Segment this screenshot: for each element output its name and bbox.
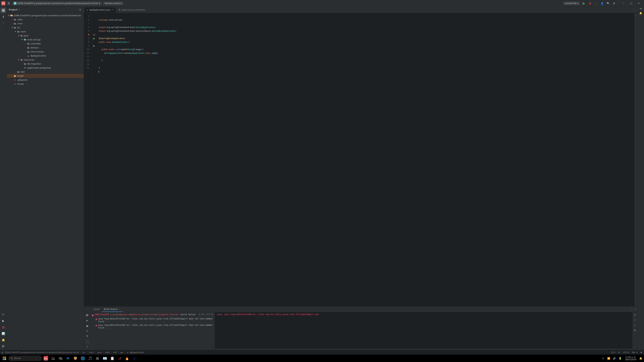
status-column-sep[interactable]: LF bbox=[618, 351, 621, 354]
build-output-scrollbar[interactable] bbox=[215, 349, 632, 350]
build-item-header[interactable]: ● 2096-ChatGPT-y-programacion-aumenta-tu… bbox=[90, 313, 215, 317]
project-tool-button[interactable] bbox=[0, 7, 6, 13]
profiler-tool-button[interactable]: 📊 bbox=[0, 331, 6, 337]
tree-item-infra[interactable]: › infra.errores bbox=[7, 50, 84, 54]
status-api[interactable]: api bbox=[120, 351, 123, 354]
tree-item-idea[interactable]: › .idea bbox=[7, 17, 84, 21]
tree-item-mvn[interactable]: › .mvn bbox=[7, 21, 84, 25]
status-file[interactable]: ☕ ApiApplication bbox=[127, 351, 144, 354]
current-file-selector[interactable]: Current File ▾ bbox=[563, 1, 580, 5]
build-filter-icon[interactable] bbox=[84, 334, 90, 339]
search-button[interactable]: 🔍 bbox=[606, 1, 611, 6]
tree-item-app-properties[interactable]: › ⚙ application.properties bbox=[7, 66, 84, 70]
project-gear-icon[interactable]: ⚙ bbox=[78, 8, 82, 11]
tree-item-gitignore[interactable]: › ⊙ .gitignore bbox=[7, 78, 84, 82]
status-voll[interactable]: voll bbox=[113, 351, 116, 354]
tree-item-domain[interactable]: › domain bbox=[7, 46, 84, 50]
tray-network-icon[interactable]: 📶 bbox=[606, 355, 612, 362]
status-med[interactable]: med bbox=[105, 351, 110, 354]
run-main-indicator[interactable]: ▶ bbox=[93, 44, 95, 47]
status-src[interactable]: src bbox=[82, 351, 86, 354]
tree-item-target[interactable]: › target bbox=[7, 74, 84, 78]
taskbar-brave-icon[interactable]: 🦁 bbox=[72, 355, 79, 362]
tab-application-properties[interactable]: ⚙ application.properties bbox=[116, 7, 147, 12]
build-item-error-2[interactable]: ● java.lang.NoSuchFieldError: Class com.… bbox=[90, 324, 215, 330]
tab-api-application[interactable]: ☕ ApiApplication.java ✕ bbox=[84, 7, 116, 12]
tray-battery-icon[interactable]: 🔋 bbox=[618, 355, 623, 362]
taskbar-jetbrains-icon[interactable]: CG 1 bbox=[42, 355, 49, 362]
tree-item-package[interactable]: ▼ med.voll.api bbox=[7, 37, 84, 41]
build-right-scroll-bottom-btn[interactable]: ⇓ bbox=[633, 323, 637, 327]
tree-item-apiapplication[interactable]: › ☕ ApiApplication bbox=[7, 54, 84, 58]
run-class-indicator[interactable]: ▶ bbox=[93, 37, 95, 40]
git-tool-button[interactable] bbox=[0, 343, 6, 349]
hamburger-menu-button[interactable]: ☰ bbox=[7, 1, 11, 6]
tab-api-application-close[interactable]: ✕ bbox=[112, 8, 114, 11]
bottom-panel-menu-button[interactable]: ⋮ bbox=[630, 307, 634, 311]
commit-tool-button[interactable] bbox=[0, 14, 6, 20]
bottom-panel-minimize-button[interactable]: ─ bbox=[634, 307, 636, 311]
version-control-button[interactable]: Version control ▾ bbox=[103, 1, 123, 5]
status-java[interactable]: java bbox=[97, 351, 102, 354]
run-tool-button[interactable]: ▶ bbox=[0, 318, 6, 324]
taskbar-chrome-icon[interactable]: 🌐 bbox=[79, 355, 86, 362]
tree-item-src[interactable]: ▼ src bbox=[7, 25, 84, 29]
status-project[interactable]: 2096-ChatGPT-y-programacion-aumenta-tu-p… bbox=[5, 351, 79, 354]
build-right-filter-btn[interactable] bbox=[633, 313, 637, 317]
status-indent[interactable]: Tab: 4 bbox=[631, 351, 638, 354]
build-stop-icon[interactable]: ■ bbox=[84, 324, 90, 328]
tree-item-mvnw[interactable]: › ⊡ mvnw bbox=[7, 82, 84, 86]
taskbar-jira-icon[interactable]: J bbox=[131, 355, 138, 362]
tree-item-main[interactable]: ▼ main bbox=[7, 29, 84, 33]
settings-button[interactable]: ⚙ bbox=[612, 1, 617, 6]
more-actions-button[interactable]: ⋮ bbox=[593, 1, 599, 6]
build-text-icon[interactable] bbox=[84, 313, 90, 318]
run-button[interactable]: ▶ bbox=[581, 1, 587, 6]
structure-tool-button[interactable]: ⋮ bbox=[0, 20, 6, 26]
notification-center-button[interactable]: 🔔 bbox=[638, 355, 643, 362]
minimize-button[interactable]: ─ bbox=[620, 1, 627, 6]
tree-item-db-migration[interactable]: › db.migration bbox=[7, 62, 84, 66]
close-button[interactable]: ✕ bbox=[635, 1, 643, 6]
tree-item-resources[interactable]: ▼ resources bbox=[7, 58, 84, 62]
tab-build[interactable]: Build bbox=[92, 307, 102, 312]
code-content[interactable]: package med.voll.api; import org.springf… bbox=[96, 13, 634, 306]
tab-build-output-close[interactable]: ✕ bbox=[118, 308, 121, 310]
notifications-tool-button[interactable]: 🔔 bbox=[0, 337, 6, 343]
tabs-menu-button[interactable]: ⋯ bbox=[632, 7, 636, 12]
build-right-scroll-top-btn[interactable]: ⇑ bbox=[633, 318, 637, 322]
tree-item-java[interactable]: ▼ java bbox=[7, 33, 84, 37]
terminal-tool-button[interactable] bbox=[0, 311, 6, 317]
tab-build-output[interactable]: Build Output ✕ bbox=[102, 307, 123, 312]
build-scroll-icon[interactable] bbox=[84, 345, 90, 349]
tree-root[interactable]: ▼ 2096-ChatGPT-y-programacion-aumenta-tu… bbox=[7, 13, 84, 17]
build-settings-icon[interactable]: ⚙ bbox=[84, 329, 90, 334]
build-item-error-1[interactable]: ● java.lang.NoSuchFieldError: Class com.… bbox=[90, 317, 215, 324]
build-expand-icon[interactable] bbox=[84, 339, 90, 344]
build-rerun-icon[interactable]: ▶ bbox=[84, 318, 90, 323]
taskbar-music-icon[interactable]: 🎵 bbox=[86, 355, 94, 362]
taskbar-search[interactable]: Buscar bbox=[8, 356, 42, 361]
tray-expand-icon[interactable]: ∧ bbox=[600, 355, 606, 362]
taskbar-outlook-icon[interactable]: 📧 bbox=[101, 355, 108, 362]
maximize-button[interactable]: □ bbox=[627, 1, 635, 6]
taskbar-apps-icon[interactable]: ⊞ bbox=[94, 355, 101, 362]
debug-tool-button[interactable]: 🐞 bbox=[0, 324, 6, 330]
taskbar-dev-icon[interactable]: 🔥 bbox=[124, 355, 130, 362]
status-position[interactable]: 15:1 bbox=[610, 351, 616, 354]
status-encoding[interactable]: UTF-8 bbox=[622, 351, 630, 354]
taskbar-mail-icon[interactable]: ✉ bbox=[64, 355, 72, 362]
taskbar-store-icon[interactable]: 🛍 bbox=[57, 355, 64, 362]
system-clock[interactable]: 11:45 a. m. 28/07/2024 bbox=[624, 356, 638, 361]
tree-item-test[interactable]: › test bbox=[7, 70, 84, 74]
right-notifications-btn[interactable]: 🔔 bbox=[638, 10, 644, 16]
account-button[interactable]: 👤 bbox=[600, 1, 605, 6]
tree-item-controller[interactable]: › controller bbox=[7, 41, 84, 46]
start-button[interactable] bbox=[1, 355, 8, 362]
build-right-clear-btn[interactable]: 🗑 bbox=[633, 328, 637, 332]
taskbar-git-icon[interactable]: ⎇ bbox=[116, 355, 123, 362]
taskbar-notion-icon[interactable]: 📋 bbox=[109, 355, 116, 362]
build-output-text[interactable]: java: java.lang.NoSuchFieldError: Class … bbox=[215, 312, 632, 349]
status-main[interactable]: main bbox=[89, 351, 94, 354]
debug-button[interactable]: 🐞 bbox=[587, 1, 593, 6]
